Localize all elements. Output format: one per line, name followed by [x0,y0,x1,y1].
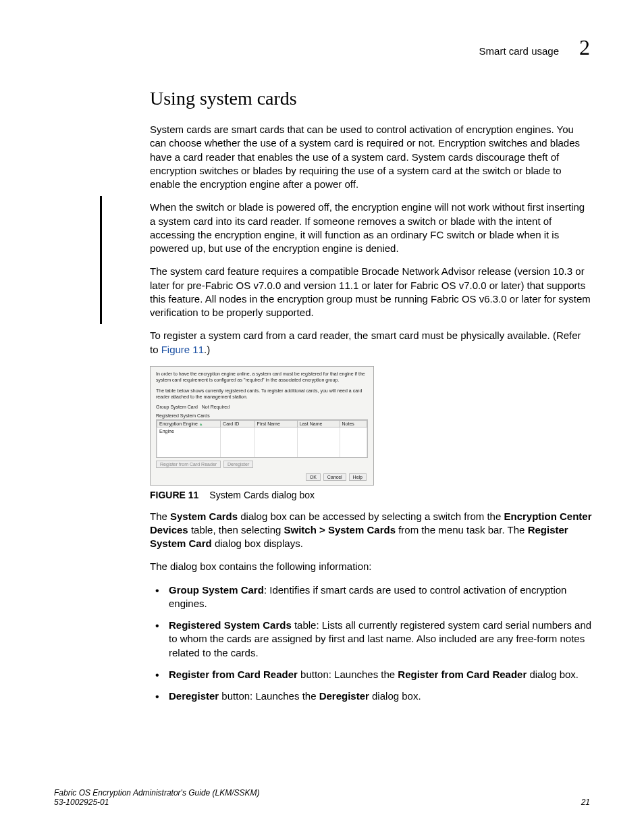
revision-bar [100,196,102,324]
col-last-name[interactable]: Last Name [297,420,340,427]
footer-left: Fabric OS Encryption Administrator's Gui… [54,788,260,807]
deregister-button[interactable]: Deregister [223,461,253,468]
body-paragraph: The System Cards dialog box can be acces… [150,510,592,551]
table-row [157,442,367,450]
help-button[interactable]: Help [349,473,367,481]
content-area: Using system cards System cards are smar… [150,88,592,711]
sort-asc-icon: ▲ [199,422,203,426]
chapter-number: 2 [579,35,590,60]
text-bold: Deregister [169,690,219,702]
col-card-id[interactable]: Card ID [221,420,255,427]
gsc-label: Group System Card [156,405,198,409]
text-run: button: Launches the [298,669,398,680]
doc-title: Fabric OS Encryption Administrator's Gui… [54,788,260,798]
dialog-bottom-buttons: OK Cancel Help [156,473,368,481]
dialog-info-text: The table below shows currently register… [156,388,368,400]
body-paragraph: To register a system card from a card re… [150,329,592,357]
list-item: Registered System Cards table: Lists all… [150,619,592,660]
registered-cards-table: Encryption Engine▲ Card ID First Name La… [156,419,368,458]
ok-button[interactable]: OK [306,473,321,481]
figure-label: FIGURE 11 [150,490,198,500]
text-run: dialog box can be accessed by selecting … [238,511,504,522]
page-number: 21 [581,798,590,807]
text-run: dialog box. [527,669,579,680]
bullet-list: Group System Card: Identifies if smart c… [150,583,592,704]
list-item: Deregister button: Launches the Deregist… [150,689,592,703]
system-cards-dialog: In order to have the encryption engine o… [150,366,374,486]
text-run: button: Launches the [219,690,319,702]
figure-title: System Cards dialog box [209,490,315,500]
text-run: The [150,511,170,522]
table-row [157,435,367,442]
page-footer: Fabric OS Encryption Administrator's Gui… [54,788,590,807]
body-paragraph: System cards are smart cards that can be… [150,123,592,191]
text-run: .) [204,344,210,355]
text-run: To register a system card from a card re… [150,330,581,355]
col-notes[interactable]: Notes [340,420,367,427]
col-first-name[interactable]: First Name [254,420,297,427]
text-bold: Switch > System Cards [284,524,395,536]
dialog-info-text: In order to have the encryption engine o… [156,371,368,384]
text-run: dialog box displays. [212,538,303,549]
section-name: Smart card usage [479,45,559,57]
cancel-button[interactable]: Cancel [323,473,346,481]
text-bold: Register from Card Reader [398,669,527,680]
figure-caption: FIGURE 11System Cards dialog box [150,490,592,500]
text-bold: Group System Card [169,584,264,596]
col-encryption-engine[interactable]: Encryption Engine [159,421,198,426]
body-paragraph: The dialog box contains the following in… [150,560,592,573]
figure-link[interactable]: Figure 11 [161,344,204,355]
text-run: table, then selecting [188,524,284,536]
table-row [157,450,367,457]
group-system-card-field: Group System Card Not Required [156,405,368,409]
register-from-card-reader-button[interactable]: Register from Card Reader [156,461,221,468]
page-header: Smart card usage 2 [479,35,590,60]
cell: Engine [157,427,221,435]
gsc-value: Not Required [202,405,230,409]
text-bold: Deregister [319,690,369,702]
text-run: from the menu task bar. The [396,524,528,536]
list-item: Register from Card Reader button: Launch… [150,668,592,681]
dialog-button-row: Register from Card Reader Deregister [156,461,368,468]
doc-number: 53-1002925-01 [54,798,260,807]
text-bold: Registered System Cards [169,619,292,631]
registered-cards-label: Registered System Cards [156,413,368,418]
text-bold: System Cards [170,511,238,522]
text-run: dialog box. [369,690,421,702]
table-row[interactable]: Engine [157,427,367,435]
body-paragraph: The system card feature requires a compa… [150,265,592,319]
body-paragraph: When the switch or blade is powered off,… [150,201,592,255]
page: Smart card usage 2 Using system cards Sy… [0,0,644,834]
page-title: Using system cards [150,88,592,109]
text-bold: Register from Card Reader [169,669,298,680]
list-item: Group System Card: Identifies if smart c… [150,583,592,611]
